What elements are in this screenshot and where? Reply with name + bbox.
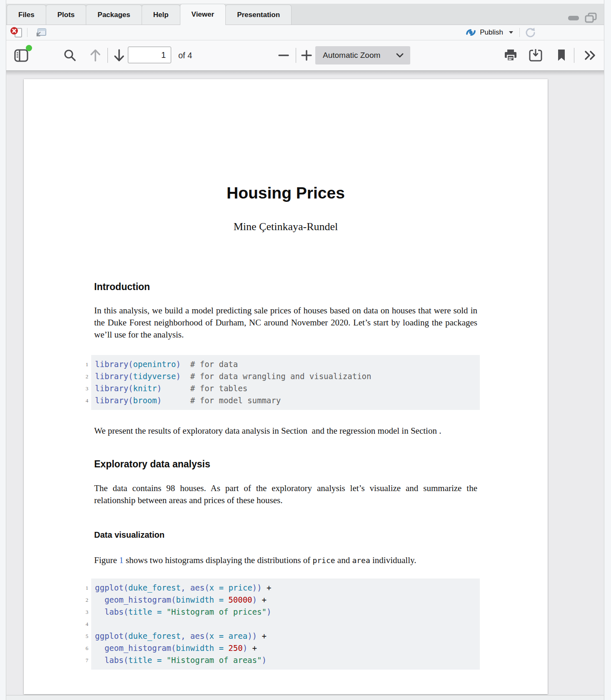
- publish-button[interactable]: Publish: [465, 25, 513, 40]
- figure-ref-link[interactable]: 1: [119, 555, 124, 565]
- section-heading-eda: Exploratory data analysis: [94, 458, 477, 470]
- code-token: [181, 372, 190, 381]
- line-number: 2: [76, 370, 88, 382]
- intro-paragraph: In this analysis, we build a model predi…: [94, 305, 477, 341]
- sidebar-toggle-icon[interactable]: [14, 40, 29, 70]
- code-token: library(: [95, 360, 133, 369]
- page-number-input[interactable]: [128, 47, 171, 63]
- line-number: 7: [76, 654, 88, 666]
- subsection-heading-dataviz: Data visualization: [94, 529, 477, 541]
- code-token: +: [257, 631, 267, 640]
- code-token: duke_forest: [128, 631, 181, 640]
- code-token: labs(: [105, 607, 128, 616]
- pdf-toolbar: of 4 Automatic Zoom: [6, 40, 604, 71]
- line-number: 2: [76, 594, 88, 606]
- code-token: ggplot(: [95, 583, 128, 592]
- code-token: [224, 643, 228, 653]
- download-icon[interactable]: [529, 40, 543, 70]
- code-token: [162, 607, 166, 616]
- line-number: 1: [76, 358, 88, 370]
- code-token: x: [209, 631, 214, 640]
- code-token: [224, 583, 228, 592]
- code-token: library(: [95, 372, 133, 381]
- code-token: library(: [95, 396, 133, 405]
- line-number: 1: [76, 582, 88, 594]
- code-line: 2library(tidyverse) # for data wrangling…: [95, 370, 480, 382]
- code-token: )): [247, 631, 257, 640]
- pdf-viewport[interactable]: Housing Prices Mine Çetinkaya-Rundel Int…: [6, 71, 604, 695]
- chevron-down-icon: [509, 31, 513, 34]
- tab-presentation[interactable]: Presentation: [225, 5, 292, 25]
- publish-label: Publish: [480, 28, 503, 37]
- code-token: # for data: [190, 360, 238, 369]
- arrow-up-icon[interactable]: [89, 40, 102, 70]
- code-token: ): [243, 643, 247, 653]
- code-token: # for tables: [190, 384, 247, 393]
- code-token: ): [176, 360, 180, 369]
- zoom-in-icon[interactable]: [301, 40, 312, 70]
- tab-plots[interactable]: Plots: [46, 5, 87, 25]
- minimize-icon[interactable]: [567, 14, 580, 22]
- tab-files[interactable]: Files: [7, 5, 46, 25]
- code-token: ): [267, 607, 271, 616]
- zoom-out-icon[interactable]: [278, 40, 289, 70]
- code-token: labs(: [105, 655, 128, 665]
- code-token: =: [157, 607, 162, 616]
- code-token: ): [252, 595, 257, 604]
- code-token: aes(: [190, 583, 209, 592]
- code-token: ): [176, 372, 180, 381]
- tab-help[interactable]: Help: [142, 5, 180, 25]
- double-chevron-icon[interactable]: [584, 40, 598, 70]
- toolbar-separator: [574, 48, 574, 63]
- code-token: openintro: [133, 360, 176, 369]
- line-number: 4: [76, 618, 88, 630]
- code-token: =: [219, 631, 223, 640]
- zoom-select[interactable]: Automatic Zoom: [315, 46, 410, 65]
- code-token: library(: [95, 384, 133, 393]
- arrow-down-icon[interactable]: [112, 40, 126, 70]
- pane-bottom-strip: [6, 695, 604, 700]
- search-icon[interactable]: [63, 40, 77, 70]
- code-token: =: [219, 595, 223, 604]
- bookmark-icon[interactable]: [557, 40, 566, 70]
- code-token: broom: [133, 396, 157, 405]
- line-number: 4: [76, 395, 88, 407]
- restore-icon[interactable]: [585, 12, 597, 23]
- tab-viewer[interactable]: Viewer: [180, 4, 226, 25]
- code-token: aes(: [190, 631, 209, 640]
- text-segment: Figure: [94, 555, 119, 565]
- code-line: 3library(knitr) # for tables: [95, 382, 480, 395]
- code-token: [95, 655, 105, 665]
- code-token: duke_forest: [128, 583, 181, 592]
- code-token: +: [262, 583, 271, 592]
- code-token: [152, 607, 157, 616]
- refresh-icon[interactable]: [524, 27, 536, 38]
- chevron-down-icon: [395, 52, 404, 59]
- pdf-page: Housing Prices Mine Çetinkaya-Rundel Int…: [24, 79, 548, 694]
- section-heading-introduction: Introduction: [94, 280, 477, 293]
- code-token: ): [157, 396, 162, 405]
- line-number: 6: [76, 642, 88, 654]
- print-icon[interactable]: [504, 40, 518, 70]
- code-token: knitr: [133, 384, 157, 393]
- code-token: [181, 360, 190, 369]
- publish-icon: [465, 28, 476, 37]
- code-token: =: [219, 643, 223, 653]
- text-segment: and: [335, 555, 352, 565]
- code-token: x: [209, 583, 214, 592]
- tab-packages[interactable]: Packages: [86, 5, 142, 25]
- viewer-toolbar: Publish: [6, 25, 604, 40]
- code-token: tidyverse: [133, 372, 176, 381]
- figure-paragraph: Figure 1 shows two histograms displaying…: [94, 554, 477, 566]
- stop-icon[interactable]: [10, 27, 23, 38]
- code-line: 1ggplot(duke_forest, aes(x = price)) +: [95, 582, 480, 594]
- present-paragraph: We present the results of exploratory da…: [94, 425, 477, 437]
- popout-icon[interactable]: [35, 27, 47, 37]
- document-title: Housing Prices: [94, 184, 477, 203]
- code-line: 4library(broom) # for model summary: [95, 395, 480, 407]
- window-controls: [567, 12, 597, 23]
- code-token: [162, 396, 190, 405]
- code-token: [224, 595, 228, 604]
- inline-code: area: [352, 556, 370, 565]
- code-token: # for model summary: [190, 396, 281, 405]
